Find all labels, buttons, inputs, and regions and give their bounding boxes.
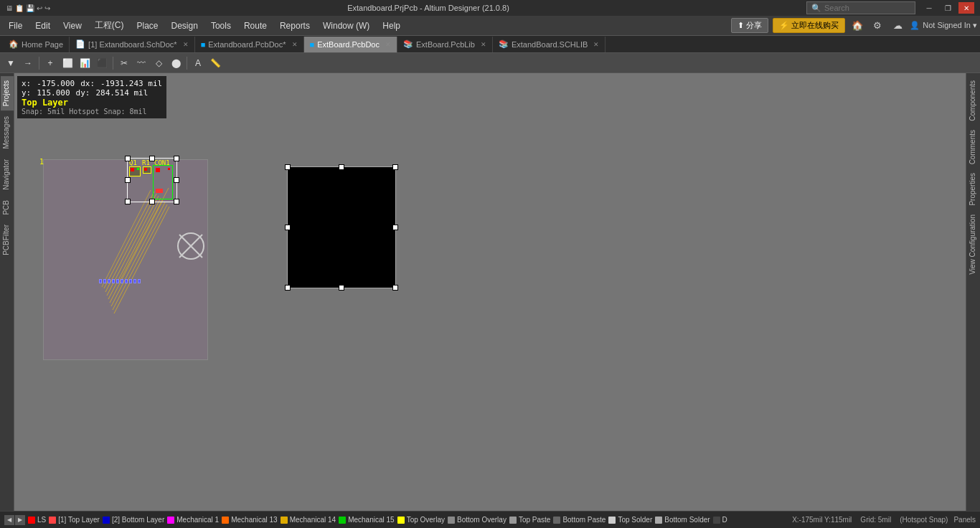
black-rectangle xyxy=(287,166,396,288)
settings-icon-btn[interactable]: ⚙ xyxy=(870,18,885,34)
layer-bottom-paste-label: Bottom Paste xyxy=(562,516,606,524)
layer-bottom-solder-dot xyxy=(655,517,662,524)
dy-label: dy: xyxy=(76,88,90,98)
cross-circle xyxy=(176,231,206,263)
menu-help[interactable]: Help xyxy=(377,19,406,33)
layer-mech14-dot xyxy=(281,517,288,524)
right-actions: ⬆ 分享 ⚡ 立即在线购买 🏠 ⚙ ☁ 👤 Not Signed In ▾ xyxy=(731,18,977,34)
tool-circle[interactable]: ⬤ xyxy=(168,55,184,71)
dx-value: -1931.243 mil xyxy=(100,79,162,88)
layer-top[interactable]: [1] Top Layer xyxy=(49,516,100,524)
menu-tools[interactable]: Tools xyxy=(205,19,237,33)
tool-wave[interactable]: 〰 xyxy=(133,55,149,71)
tool-text[interactable]: A xyxy=(190,55,206,71)
tool-select[interactable]: ▼ xyxy=(3,55,19,71)
menu-project[interactable]: 工程(C) xyxy=(89,17,130,34)
menu-design[interactable]: Design xyxy=(166,19,204,33)
panel-messages[interactable]: Messages xyxy=(1,112,14,154)
title-bar: 🖥 📋 💾 ↩ ↪ Extandboard.PrjPcb - Altium De… xyxy=(0,0,980,16)
tool-arrow[interactable]: → xyxy=(20,55,36,71)
close-button[interactable]: ✕ xyxy=(958,2,974,14)
y-label: y: xyxy=(22,88,31,98)
layer-mech1[interactable]: Mechanical 1 xyxy=(167,516,219,524)
tab-schDoc[interactable]: 📄 [1] Extandboard.SchDoc* ✕ xyxy=(70,37,195,52)
layer-top-paste-label: Top Paste xyxy=(519,516,550,524)
close-pcbdoc-tab[interactable]: ✕ xyxy=(292,41,298,48)
close-schlib-tab[interactable]: ✕ xyxy=(593,41,599,48)
layer-mech15[interactable]: Mechanical 15 xyxy=(339,516,394,524)
tab-pcblib[interactable]: 📚 ExtBoard.PcbLib ✕ xyxy=(397,37,493,52)
search-box[interactable]: 🔍 xyxy=(806,1,915,14)
layer-prev-btn[interactable]: ◀ xyxy=(4,515,14,525)
layer-next-btn[interactable]: ▶ xyxy=(15,515,25,525)
tool-sep-2 xyxy=(113,57,113,70)
tab-pcbdoc[interactable]: ■ Extandboard.PcbDoc* ✕ xyxy=(195,37,304,52)
layer-bottom-overlay[interactable]: Bottom Overlay xyxy=(448,516,507,524)
layer-bottom-paste[interactable]: Bottom Paste xyxy=(553,516,606,524)
layer-bottom-overlay-label: Bottom Overlay xyxy=(457,516,507,524)
close-schdoc-tab[interactable]: ✕ xyxy=(183,41,189,48)
x-value: -175.000 xyxy=(37,79,75,88)
tool-rect[interactable]: ⬜ xyxy=(60,55,75,71)
tab-extboard-pcbdoc[interactable]: ■ ExtBoard.PcbDoc ✕ xyxy=(304,37,397,52)
layer-mech13[interactable]: Mechanical 13 xyxy=(222,516,277,524)
buy-button[interactable]: ⚡ 立即在线购买 xyxy=(773,18,845,33)
layer-bottom-solder[interactable]: Bottom Solder xyxy=(655,516,710,524)
layer-d-label: D xyxy=(722,516,727,524)
restore-button[interactable]: ❐ xyxy=(940,2,956,14)
menu-place[interactable]: Place xyxy=(131,19,164,33)
tool-measure[interactable]: 📏 xyxy=(207,55,223,71)
panel-projects[interactable]: Projects xyxy=(1,76,14,110)
menu-view[interactable]: View xyxy=(57,19,88,33)
close-pcblib-tab[interactable]: ✕ xyxy=(481,41,486,48)
tab-schlib[interactable]: 📚 ExtandBoard.SCHLIB ✕ xyxy=(493,37,606,52)
tool-chart[interactable]: 📊 xyxy=(77,55,93,71)
tool-fill[interactable]: ⬛ xyxy=(94,55,110,71)
panel-navigator[interactable]: Navigator xyxy=(1,155,14,194)
menu-window[interactable]: Window (W) xyxy=(317,19,375,33)
panel-components[interactable]: Components xyxy=(967,76,980,126)
layer-bottom[interactable]: [2] Bottom Layer xyxy=(103,516,164,524)
layer-mech14[interactable]: Mechanical 14 xyxy=(281,516,336,524)
menu-edit[interactable]: Edit xyxy=(29,19,56,33)
menu-reports[interactable]: Reports xyxy=(274,19,316,33)
pcbdoc-icon: ■ xyxy=(201,40,206,49)
share-button[interactable]: ⬆ 分享 xyxy=(731,18,768,33)
layer-ls[interactable]: LS xyxy=(28,516,46,524)
layer-mech13-dot xyxy=(222,517,229,524)
layer-top-dot xyxy=(49,517,56,524)
panel-properties[interactable]: Properties xyxy=(967,169,980,210)
panel-comments[interactable]: Comments xyxy=(967,126,980,169)
panel-pcbfilter[interactable]: PCBFilter xyxy=(1,220,14,260)
tab-home[interactable]: 🏠 Home Page xyxy=(3,37,70,52)
window-title: Extandboard.PrjPcb - Altium Designer (21… xyxy=(50,4,806,12)
close-extboard-tab[interactable]: ✕ xyxy=(385,41,391,48)
y-value: 115.000 xyxy=(37,88,70,98)
layer-d[interactable]: D xyxy=(713,516,727,524)
layer-mech15-dot xyxy=(339,517,346,524)
layer-ls-label: LS xyxy=(37,516,46,524)
panel-view-config[interactable]: View Configuration xyxy=(967,210,980,279)
home-icon-btn[interactable]: 🏠 xyxy=(849,18,865,34)
tabs-bar: 🏠 Home Page 📄 [1] Extandboard.SchDoc* ✕ … xyxy=(0,36,980,53)
layer-top-solder[interactable]: Top Solder xyxy=(608,516,652,524)
search-input[interactable] xyxy=(824,4,910,12)
menu-route[interactable]: Route xyxy=(238,19,273,33)
tool-cut[interactable]: ✂ xyxy=(116,55,132,71)
minimize-button[interactable]: ─ xyxy=(921,2,937,14)
tab-home-label: Home Page xyxy=(22,40,63,49)
panel-pcb[interactable]: PCB xyxy=(1,196,14,220)
layer-mech1-dot xyxy=(167,517,174,524)
layer-top-overlay[interactable]: Top Overlay xyxy=(397,516,445,524)
cloud-icon-btn[interactable]: ☁ xyxy=(890,18,905,34)
status-coord: X:-175mil Y:115mil xyxy=(792,516,852,524)
layer-top-paste[interactable]: Top Paste xyxy=(509,516,550,524)
dx-label: dx: xyxy=(80,79,95,88)
user-area[interactable]: 👤 Not Signed In ▾ xyxy=(910,21,977,30)
main-layout: Projects Messages Navigator PCB PCBFilte… xyxy=(0,73,980,511)
panels-button[interactable]: Panels xyxy=(953,516,976,524)
tool-diamond[interactable]: ◇ xyxy=(151,55,166,71)
canvas-area[interactable]: x: -175.000 dx: -1931.243 mil y: 115.000… xyxy=(14,73,966,511)
menu-file[interactable]: File xyxy=(3,19,28,33)
tool-add[interactable]: + xyxy=(42,55,58,71)
